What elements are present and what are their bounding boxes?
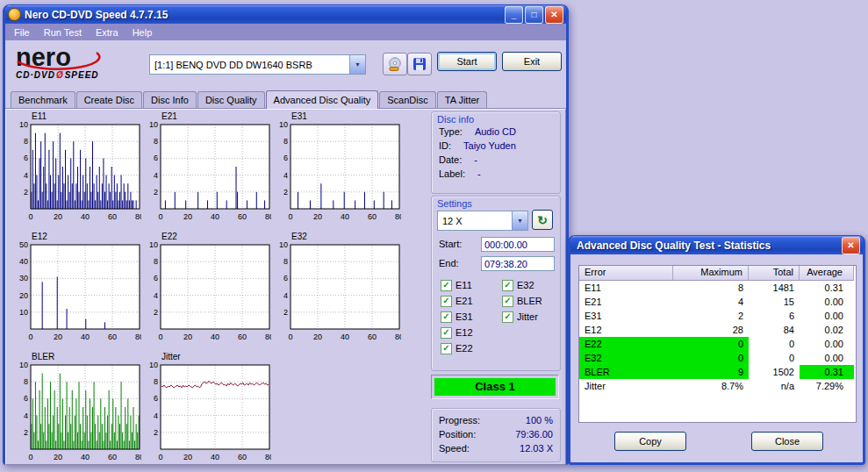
checkbox-label: E12 [456,327,473,338]
svg-text:6: 6 [154,154,158,162]
svg-text:6: 6 [154,394,158,403]
copy-button[interactable]: Copy [614,432,686,451]
stats-cell: 9 [673,365,749,379]
info-row: Progress:100 % [432,413,560,427]
svg-text:10: 10 [19,361,28,369]
save-button[interactable] [407,53,432,75]
svg-text:4: 4 [154,411,158,420]
tab-create-disc[interactable]: Create Disc [76,91,142,108]
chevron-down-icon[interactable]: ▼ [349,55,365,74]
svg-text:60: 60 [108,453,117,461]
close-icon[interactable]: ✕ [545,6,563,24]
svg-text:80: 80 [135,212,141,221]
menu-run-test[interactable]: Run Test [37,25,89,39]
svg-text:80: 80 [265,333,271,341]
checkmark-icon: ✓ [502,280,513,291]
tab-scandisc[interactable]: ScanDisc [379,91,435,108]
svg-text:20: 20 [183,333,192,341]
svg-text:40: 40 [81,212,90,221]
close-icon[interactable]: ✕ [842,237,860,254]
stats-cell: 84 [749,323,800,337]
tab-advanced-disc-quality[interactable]: Advanced Disc Quality [266,90,379,109]
info-label: Date: [439,153,462,167]
stats-row-jitter[interactable]: Jitter8.7%n/a7.29% [579,379,856,393]
menu-help[interactable]: Help [126,25,160,39]
stats-row-e21[interactable]: E214150.00 [579,295,856,309]
checkbox-e11[interactable]: ✓E11 [441,277,499,293]
svg-text:40: 40 [341,212,349,221]
stats-row-e32[interactable]: E32000.00 [579,351,856,365]
checkbox-e31[interactable]: ✓E31 [441,309,499,325]
refresh-button[interactable]: ↻ [532,210,553,230]
checkbox-jitter[interactable]: ✓Jitter [502,309,560,325]
start-button[interactable]: Start [437,52,497,71]
end-time-field[interactable] [481,256,555,271]
nero-logo: nero CD·DVDØSPEED [9,42,118,88]
stats-cell: E31 [579,309,673,323]
tab-disc-info[interactable]: Disc Info [143,91,197,108]
info-label: Label: [439,167,465,181]
checkbox-label: E31 [456,311,473,322]
stats-row-bler[interactable]: BLER915020.31 [579,365,856,379]
start-time-field[interactable] [481,237,555,252]
chevron-down-icon[interactable]: ▼ [512,211,527,230]
drive-select-value: [1:1] BENQ DVD DD DW1640 BSRB [150,60,349,70]
speed-select[interactable]: 12 X ▼ [437,211,528,231]
stats-cell: 28 [673,323,749,337]
progress-rows: Progress:100 %Position:79:36.00Speed:12.… [432,413,560,455]
svg-text:2: 2 [154,188,158,197]
svg-text:2: 2 [283,188,288,197]
svg-text:8: 8 [283,137,288,146]
column-header-average[interactable]: Average [800,266,854,281]
svg-text:10: 10 [279,241,288,249]
svg-text:60: 60 [108,333,117,341]
svg-text:10: 10 [149,121,158,129]
maximize-icon[interactable]: □ [525,6,543,24]
quality-class-panel: Class 1 [431,375,559,399]
stats-row-e31[interactable]: E31260.00 [579,309,856,323]
menu-extra[interactable]: Extra [89,25,126,39]
stats-cell: Jitter [579,379,673,393]
stats-row-e22[interactable]: E22000.00 [579,337,856,351]
exit-button[interactable]: Exit [502,52,562,71]
menu-file[interactable]: File [7,25,37,39]
checkbox-e22[interactable]: ✓E22 [441,340,499,356]
svg-text:0: 0 [158,212,162,221]
nero-logo-graphic: nero [9,42,118,72]
column-header-total[interactable]: Total [749,266,800,281]
stats-row-e12[interactable]: E1228840.02 [579,323,856,337]
drive-select[interactable]: [1:1] BENQ DVD DD DW1640 BSRB ▼ [149,54,366,75]
stats-cell: 4 [673,295,749,309]
disc-icon [387,56,403,72]
close-stats-button[interactable]: Close [751,432,823,451]
stats-cell: 0.00 [800,309,854,323]
tab-benchmark[interactable]: Benchmark [11,91,75,108]
checkbox-e21[interactable]: ✓E21 [441,293,499,309]
chart-title-e21: E21 [161,111,273,121]
minimize-icon[interactable]: _ [505,6,523,24]
column-header-error[interactable]: Error [579,266,673,281]
checkmark-icon: ✓ [441,296,452,307]
svg-text:40: 40 [211,212,219,221]
disc-info-tool-button[interactable] [383,53,407,75]
checkbox-e12[interactable]: ✓E12 [441,325,499,340]
tab-ta-jitter[interactable]: TA Jitter [437,91,488,108]
stats-row-e11[interactable]: E11814810.31 [579,281,856,295]
svg-text:2: 2 [154,308,158,317]
stats-cell: 6 [749,309,800,323]
svg-text:20: 20 [313,333,322,341]
column-header-maximum[interactable]: Maximum [673,266,749,281]
svg-text:0: 0 [288,333,292,341]
checkbox-bler[interactable]: ✓BLER [502,293,560,309]
chart-title-bler: BLER [32,352,143,361]
stats-table: ErrorMaximumTotalAverageE11814810.31E214… [578,265,857,423]
main-window-title: Nero CD-DVD Speed 4.7.7.15 [25,9,505,21]
info-value: - [477,167,481,181]
tabstrip: BenchmarkCreate DiscDisc InfoDisc Qualit… [5,89,566,109]
svg-text:0: 0 [158,453,162,461]
stats-cell: 0.00 [800,295,854,309]
svg-text:20: 20 [54,212,62,221]
checkbox-e32[interactable]: ✓E32 [502,277,560,293]
tab-disc-quality[interactable]: Disc Quality [197,91,265,108]
checkbox-label: BLER [517,296,542,306]
